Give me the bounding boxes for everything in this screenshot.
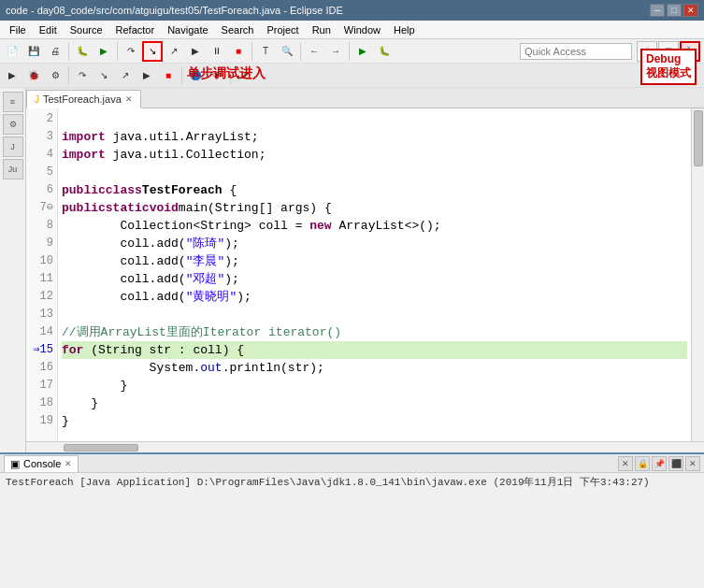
title-text: code - day08_code/src/com/atguigu/test05… (6, 5, 343, 16)
line-num-8: 8 (30, 217, 53, 235)
side-icon-4[interactable]: Ju (3, 159, 23, 179)
menu-search[interactable]: Search (216, 22, 260, 37)
step-over2-button[interactable]: ↷ (72, 65, 93, 86)
toolbar-sep-4 (300, 42, 301, 61)
line-num-12: 12 (30, 288, 53, 306)
menu-navigate[interactable]: Navigate (162, 22, 213, 37)
console-pin-button[interactable]: 📌 (652, 456, 667, 471)
toolbar2-sep-1 (68, 66, 69, 85)
code-line-7: public static void main(String[] args) { (62, 199, 687, 217)
line-num-7: 7⊖ (30, 199, 53, 217)
maximize-button[interactable]: □ (667, 4, 682, 17)
side-icon-1[interactable]: ≡ (3, 92, 23, 112)
step-into-button[interactable]: ↘ (142, 41, 163, 62)
save-button[interactable]: 💾 (23, 41, 44, 62)
console-area: ▣ Console ✕ ✕ 🔒 📌 ⬛ ✕ TestForeach [Java … (0, 452, 704, 497)
debug-last-button[interactable]: 🐛 (374, 41, 395, 62)
run-button[interactable]: ▶ (93, 41, 114, 62)
quick-access-input[interactable] (520, 43, 632, 60)
side-icon-3[interactable]: J (3, 136, 23, 157)
code-line-18: } (62, 394, 687, 412)
console-expand-button[interactable]: ⬛ (668, 456, 683, 471)
line-num-10: 10 (30, 252, 53, 270)
open-type-button[interactable]: T (255, 41, 276, 62)
stop2-button[interactable]: ■ (158, 65, 179, 86)
code-line-4: import java.util.Collection; (62, 146, 687, 164)
console-scroll-lock-button[interactable]: 🔒 (635, 456, 650, 471)
ext-tools-button[interactable]: ⚙ (45, 65, 65, 86)
code-line-3: import java.util.ArrayList; (62, 128, 687, 146)
main-content: ≡ ⚙ J Ju J TestForeach.java ✕ 2 3 4 5 (0, 88, 704, 452)
console-clear-button[interactable]: ✕ (618, 456, 633, 471)
menu-source[interactable]: Source (65, 22, 108, 37)
search-refs-button[interactable]: 🔍 (277, 41, 297, 62)
editor-tab-testforeach[interactable]: J TestForeach.java ✕ (26, 90, 141, 108)
tab-java-icon: J (35, 94, 39, 105)
menu-project[interactable]: Project (261, 22, 304, 37)
toolbar-sep-1 (68, 42, 69, 61)
side-icon-2[interactable]: ⚙ (3, 114, 23, 135)
step-into2-button[interactable]: ↘ (93, 65, 114, 86)
toolbar2-sep-3 (230, 66, 231, 85)
line-numbers: 2 3 4 5 6 7⊖ 8 9 10 11 12 13 14 ⇒15 16 1… (26, 108, 58, 441)
suspend-button[interactable]: ⏸ (207, 41, 227, 62)
toolbar2-sep-2 (181, 66, 182, 85)
breakpoints-button[interactable]: 🔵 (185, 65, 206, 86)
debug2-button[interactable]: 🐞 (23, 65, 44, 86)
line-num-17: 17 (30, 377, 53, 394)
close-button[interactable]: ✕ (683, 4, 698, 17)
line-num-14: 14 (30, 323, 53, 341)
menu-help[interactable]: Help (388, 22, 421, 37)
vertical-scrollbar[interactable] (691, 108, 704, 441)
menu-edit[interactable]: Edit (34, 22, 63, 37)
new-button[interactable]: 📄 (2, 41, 22, 62)
console-close-button[interactable]: ✕ (685, 456, 700, 471)
code-line-5 (62, 164, 687, 181)
code-line-17: } (62, 377, 687, 394)
debug-button[interactable]: 🐛 (72, 41, 93, 62)
run2-button[interactable]: ▶ (2, 65, 22, 86)
editor-tabs: J TestForeach.java ✕ (26, 88, 704, 108)
horizontal-scrollbar[interactable] (26, 441, 704, 452)
back-button[interactable]: ← (304, 41, 324, 62)
h-scroll-thumb[interactable] (64, 444, 138, 452)
menu-refactor[interactable]: Refactor (110, 22, 161, 37)
resume2-button[interactable]: ▶ (136, 65, 157, 86)
line-num-5: 5 (30, 164, 53, 181)
code-line-16: System.out.println(str); (62, 359, 687, 377)
menu-run[interactable]: Run (307, 22, 337, 37)
resume-button[interactable]: ▶ (185, 41, 206, 62)
debug-view-label: Debug视图模式 (640, 49, 697, 85)
console-icon: ▣ (10, 458, 20, 470)
code-line-8: Collection<String> coll = new ArrayList<… (62, 217, 687, 235)
terminate-button[interactable]: ■ (228, 41, 249, 62)
print-button[interactable]: 🖨 (45, 41, 65, 62)
menu-file[interactable]: File (4, 22, 32, 37)
line-num-9: 9 (30, 235, 53, 252)
format-button[interactable]: ⎇ (234, 65, 254, 86)
watch-button[interactable]: 👁 (207, 65, 227, 86)
code-line-2 (62, 110, 687, 128)
code-line-19: } (62, 412, 687, 430)
console-tab-label: Console (23, 458, 61, 469)
code-line-14: //调用ArrayList里面的Iterator iterator() (62, 323, 687, 341)
line-num-3: 3 (30, 128, 53, 146)
run-last-button[interactable]: ▶ (352, 41, 373, 62)
v-scroll-thumb[interactable] (694, 110, 703, 166)
step-out-button[interactable]: ↗ (164, 41, 184, 62)
line-num-4: 4 (30, 146, 53, 164)
tab-close-icon[interactable]: ✕ (125, 94, 133, 104)
step-return-button[interactable]: ↗ (115, 65, 136, 86)
console-tab-bar: ▣ Console ✕ ✕ 🔒 📌 ⬛ ✕ (0, 454, 704, 473)
code-content[interactable]: import java.util.ArrayList; import java.… (58, 108, 691, 441)
menu-window[interactable]: Window (338, 22, 386, 37)
console-tab[interactable]: ▣ Console ✕ (4, 455, 79, 472)
code-line-10: coll.add("李晨"); (62, 252, 687, 270)
line-num-15: ⇒15 (30, 341, 53, 359)
console-tab-close[interactable]: ✕ (65, 459, 72, 468)
step-over-button[interactable]: ↷ (121, 41, 141, 62)
code-area: 2 3 4 5 6 7⊖ 8 9 10 11 12 13 14 ⇒15 16 1… (26, 108, 704, 441)
toolbar-row-2: ▶ 🐞 ⚙ ↷ ↘ ↗ ▶ ■ 🔵 👁 ⎇ (0, 64, 704, 88)
minimize-button[interactable]: ─ (650, 4, 665, 17)
forward-button[interactable]: → (325, 41, 346, 62)
